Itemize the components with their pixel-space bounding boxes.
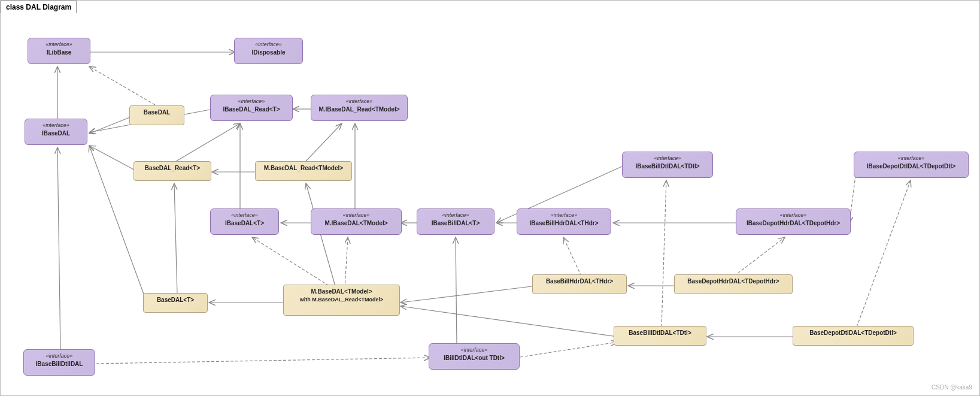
watermark: CSDN @kaka9 <box>932 384 972 391</box>
svg-line-29 <box>401 306 617 337</box>
svg-line-8 <box>305 123 342 162</box>
box-IBaseDAL: «interface» IBaseDAL <box>25 119 87 145</box>
svg-line-32 <box>96 358 430 364</box>
box-BaseBillHdrDAL: BaseBillHdrDAL<THdr> <box>532 274 627 294</box>
svg-line-7 <box>89 146 138 172</box>
svg-line-18 <box>174 183 177 294</box>
box-M-IBaseDALT: «interface» M.IBaseDAL<TModel> <box>311 208 402 235</box>
svg-line-24 <box>563 237 581 276</box>
svg-line-6 <box>174 123 240 162</box>
box-IBaseBillHdrDAL: «interface» IBaseBillHdrDAL<THdr> <box>517 208 611 235</box>
box-IBaseBillDALT: «interface» IBaseBillDAL<T> <box>417 208 494 235</box>
box-IDisposable: «interface» IDisposable <box>234 38 303 64</box>
diagram-area: class DAL Diagram <box>0 0 980 396</box>
svg-line-25 <box>401 286 536 303</box>
box-IBaseDepotDtlDAL: «interface» IBaseDepotDtlDAL<TDepotDtl> <box>854 152 969 178</box>
box-M-BaseDALT: M.BaseDAL<TModel> with M.BaseDAL_Read<TM… <box>283 285 400 316</box>
svg-line-21 <box>345 237 348 288</box>
box-M-IBaseDAL-Read: «interface» M.IBaseDAL_Read<TModel> <box>311 95 408 121</box>
box-IBaseDALT: «interface» IBaseDAL<T> <box>210 208 279 235</box>
svg-line-23 <box>306 183 336 288</box>
box-IBaseBillDtlIDAL: «interface» IBaseBillDtlIDAL <box>23 349 95 376</box>
box-BaseDALT: BaseDAL<T> <box>143 293 208 313</box>
diagram-container: class DAL Diagram <box>0 0 980 396</box>
box-IBaseDAL-Read: «interface» IBaseDAL_Read<T> <box>210 95 293 121</box>
diagram-title: class DAL Diagram <box>1 1 77 13</box>
box-BaseBillDtlDAL: BaseBillDtlDAL<TDtl> <box>614 326 706 346</box>
box-BaseDepotDtlDAL: BaseDepotDtlDAL<TDepotDtl> <box>793 326 914 346</box>
box-ILibBase: «interface» ILibBase <box>28 38 90 64</box>
svg-line-2 <box>89 66 159 107</box>
svg-line-20 <box>252 237 333 288</box>
svg-line-30 <box>857 180 911 327</box>
svg-line-33 <box>57 147 60 351</box>
box-M-BaseDAL-Read: M.BaseDAL_Read<TModel> <box>255 161 352 181</box>
box-BaseDepotHdrDAL: BaseDepotHdrDAL<TDepotHdr> <box>674 274 793 294</box>
box-IBillDtlDAL: «interface» IBillDtlDAL<out TDtl> <box>429 343 520 370</box>
box-BaseDAL-Read: BaseDAL_Read<T> <box>134 161 211 181</box>
svg-line-28 <box>662 180 666 327</box>
box-IBaseBillDtlDAL: «interface» IBaseBillDtlDAL<TDtl> <box>622 152 713 178</box>
svg-line-26 <box>734 237 785 276</box>
box-BaseDAL: BaseDAL <box>129 105 184 125</box>
svg-line-34 <box>456 237 457 345</box>
svg-line-35 <box>520 342 617 357</box>
svg-line-3 <box>89 117 131 134</box>
box-IBaseDepotHdrDAL: «interface» IBaseDepotHdrDAL<TDepotHdr> <box>736 208 851 235</box>
